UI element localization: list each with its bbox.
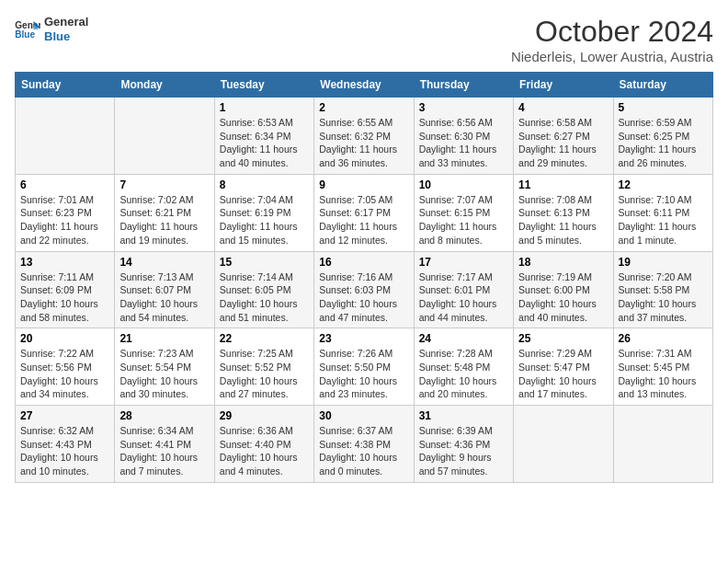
calendar-cell xyxy=(613,406,712,483)
day-number: 26 xyxy=(619,332,708,345)
day-info: Sunrise: 7:19 AM Sunset: 6:00 PM Dayligh… xyxy=(518,270,608,325)
calendar-cell: 13Sunrise: 7:11 AM Sunset: 6:09 PM Dayli… xyxy=(16,251,115,328)
day-number: 22 xyxy=(220,332,309,345)
day-info: Sunrise: 7:29 AM Sunset: 5:47 PM Dayligh… xyxy=(518,347,608,401)
col-header-wednesday: Wednesday xyxy=(314,73,414,98)
day-number: 6 xyxy=(20,178,109,191)
col-header-thursday: Thursday xyxy=(414,73,513,98)
day-number: 21 xyxy=(119,332,209,345)
day-number: 5 xyxy=(619,101,708,114)
calendar-cell: 20Sunrise: 7:22 AM Sunset: 5:56 PM Dayli… xyxy=(16,328,115,406)
col-header-friday: Friday xyxy=(514,73,613,98)
calendar-cell: 14Sunrise: 7:13 AM Sunset: 6:07 PM Dayli… xyxy=(115,251,214,328)
day-info: Sunrise: 7:26 AM Sunset: 5:50 PM Dayligh… xyxy=(319,347,408,401)
day-info: Sunrise: 7:31 AM Sunset: 5:45 PM Dayligh… xyxy=(619,347,708,401)
calendar-cell: 2Sunrise: 6:55 AM Sunset: 6:32 PM Daylig… xyxy=(314,98,414,175)
day-number: 19 xyxy=(619,256,708,269)
day-number: 28 xyxy=(119,409,209,422)
day-info: Sunrise: 7:23 AM Sunset: 5:54 PM Dayligh… xyxy=(119,347,209,401)
calendar-cell: 19Sunrise: 7:20 AM Sunset: 5:58 PM Dayli… xyxy=(613,251,712,328)
day-info: Sunrise: 7:16 AM Sunset: 6:03 PM Dayligh… xyxy=(319,270,408,325)
calendar-cell: 23Sunrise: 7:26 AM Sunset: 5:50 PM Dayli… xyxy=(314,328,414,406)
day-info: Sunrise: 6:56 AM Sunset: 6:30 PM Dayligh… xyxy=(419,116,508,170)
calendar-cell xyxy=(514,406,613,483)
calendar-table: SundayMondayTuesdayWednesdayThursdayFrid… xyxy=(15,72,713,483)
day-info: Sunrise: 7:04 AM Sunset: 6:19 PM Dayligh… xyxy=(220,193,309,247)
day-number: 20 xyxy=(20,332,109,345)
day-info: Sunrise: 6:58 AM Sunset: 6:27 PM Dayligh… xyxy=(518,116,608,170)
day-number: 16 xyxy=(319,256,408,269)
day-number: 13 xyxy=(20,256,109,269)
title-block: October 2024 Niederleis, Lower Austria, … xyxy=(511,15,713,64)
calendar-cell: 1Sunrise: 6:53 AM Sunset: 6:34 PM Daylig… xyxy=(214,98,313,175)
calendar-cell: 31Sunrise: 6:39 AM Sunset: 4:36 PM Dayli… xyxy=(414,406,513,483)
day-info: Sunrise: 7:10 AM Sunset: 6:11 PM Dayligh… xyxy=(619,193,708,247)
logo: General Blue General Blue xyxy=(15,15,88,43)
col-header-monday: Monday xyxy=(115,73,214,98)
day-number: 3 xyxy=(419,101,508,114)
day-number: 27 xyxy=(20,409,109,422)
logo-text-general: General xyxy=(44,15,88,29)
day-info: Sunrise: 7:08 AM Sunset: 6:13 PM Dayligh… xyxy=(518,193,608,247)
col-header-sunday: Sunday xyxy=(16,73,115,98)
calendar-week-2: 6Sunrise: 7:01 AM Sunset: 6:23 PM Daylig… xyxy=(16,174,713,251)
calendar-cell: 25Sunrise: 7:29 AM Sunset: 5:47 PM Dayli… xyxy=(514,328,613,406)
logo-icon: General Blue xyxy=(15,19,40,40)
day-info: Sunrise: 7:07 AM Sunset: 6:15 PM Dayligh… xyxy=(419,193,508,247)
calendar-cell: 16Sunrise: 7:16 AM Sunset: 6:03 PM Dayli… xyxy=(314,251,414,328)
day-info: Sunrise: 7:25 AM Sunset: 5:52 PM Dayligh… xyxy=(220,347,309,401)
day-number: 10 xyxy=(419,178,508,191)
day-number: 1 xyxy=(220,101,309,114)
day-number: 7 xyxy=(119,178,209,191)
calendar-cell: 17Sunrise: 7:17 AM Sunset: 6:01 PM Dayli… xyxy=(414,251,513,328)
day-number: 18 xyxy=(518,256,608,269)
calendar-cell: 27Sunrise: 6:32 AM Sunset: 4:43 PM Dayli… xyxy=(16,406,115,483)
calendar-cell: 21Sunrise: 7:23 AM Sunset: 5:54 PM Dayli… xyxy=(115,328,214,406)
day-number: 17 xyxy=(419,256,508,269)
day-info: Sunrise: 6:36 AM Sunset: 4:40 PM Dayligh… xyxy=(220,424,309,478)
day-info: Sunrise: 6:53 AM Sunset: 6:34 PM Dayligh… xyxy=(220,116,309,170)
calendar-cell: 7Sunrise: 7:02 AM Sunset: 6:21 PM Daylig… xyxy=(115,174,214,251)
calendar-cell: 26Sunrise: 7:31 AM Sunset: 5:45 PM Dayli… xyxy=(613,328,712,406)
day-info: Sunrise: 6:34 AM Sunset: 4:41 PM Dayligh… xyxy=(119,424,209,478)
day-number: 12 xyxy=(619,178,708,191)
col-header-tuesday: Tuesday xyxy=(214,73,313,98)
day-info: Sunrise: 7:01 AM Sunset: 6:23 PM Dayligh… xyxy=(20,193,109,247)
calendar-cell: 6Sunrise: 7:01 AM Sunset: 6:23 PM Daylig… xyxy=(16,174,115,251)
day-number: 24 xyxy=(419,332,508,345)
calendar-week-1: 1Sunrise: 6:53 AM Sunset: 6:34 PM Daylig… xyxy=(16,98,713,175)
day-number: 9 xyxy=(319,178,408,191)
day-info: Sunrise: 7:22 AM Sunset: 5:56 PM Dayligh… xyxy=(20,347,109,401)
page-header: General Blue General Blue October 2024 N… xyxy=(15,15,713,64)
day-info: Sunrise: 7:20 AM Sunset: 5:58 PM Dayligh… xyxy=(619,270,708,325)
day-number: 31 xyxy=(419,409,508,422)
calendar-cell: 8Sunrise: 7:04 AM Sunset: 6:19 PM Daylig… xyxy=(214,174,313,251)
svg-text:Blue: Blue xyxy=(15,29,35,40)
day-number: 4 xyxy=(518,101,608,114)
day-info: Sunrise: 7:14 AM Sunset: 6:05 PM Dayligh… xyxy=(220,270,309,325)
calendar-cell: 3Sunrise: 6:56 AM Sunset: 6:30 PM Daylig… xyxy=(414,98,513,175)
calendar-header: SundayMondayTuesdayWednesdayThursdayFrid… xyxy=(16,73,713,98)
calendar-cell xyxy=(16,98,115,175)
day-info: Sunrise: 6:32 AM Sunset: 4:43 PM Dayligh… xyxy=(20,424,109,478)
day-number: 2 xyxy=(319,101,408,114)
month-title: October 2024 xyxy=(511,15,713,49)
day-info: Sunrise: 6:39 AM Sunset: 4:36 PM Dayligh… xyxy=(419,424,508,478)
calendar-cell: 29Sunrise: 6:36 AM Sunset: 4:40 PM Dayli… xyxy=(214,406,313,483)
logo-text-blue: Blue xyxy=(44,29,88,44)
day-number: 25 xyxy=(518,332,608,345)
day-number: 15 xyxy=(220,256,309,269)
day-info: Sunrise: 6:55 AM Sunset: 6:32 PM Dayligh… xyxy=(319,116,408,170)
day-info: Sunrise: 7:02 AM Sunset: 6:21 PM Dayligh… xyxy=(119,193,209,247)
calendar-week-4: 20Sunrise: 7:22 AM Sunset: 5:56 PM Dayli… xyxy=(16,328,713,406)
calendar-cell: 12Sunrise: 7:10 AM Sunset: 6:11 PM Dayli… xyxy=(613,174,712,251)
day-number: 14 xyxy=(119,256,209,269)
day-info: Sunrise: 6:37 AM Sunset: 4:38 PM Dayligh… xyxy=(319,424,408,478)
location-title: Niederleis, Lower Austria, Austria xyxy=(511,49,713,64)
day-number: 23 xyxy=(319,332,408,345)
col-header-saturday: Saturday xyxy=(613,73,712,98)
calendar-cell: 5Sunrise: 6:59 AM Sunset: 6:25 PM Daylig… xyxy=(613,98,712,175)
calendar-cell: 22Sunrise: 7:25 AM Sunset: 5:52 PM Dayli… xyxy=(214,328,313,406)
day-info: Sunrise: 7:05 AM Sunset: 6:17 PM Dayligh… xyxy=(319,193,408,247)
calendar-cell: 4Sunrise: 6:58 AM Sunset: 6:27 PM Daylig… xyxy=(514,98,613,175)
